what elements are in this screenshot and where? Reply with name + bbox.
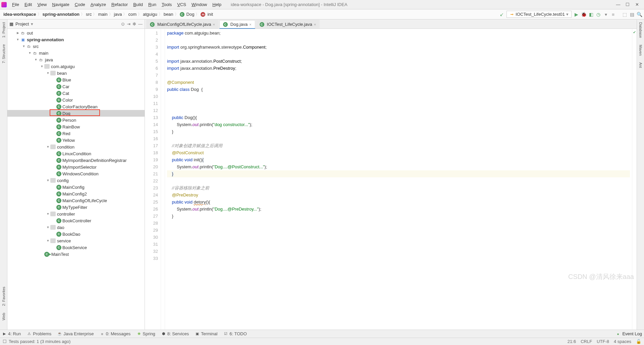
search-everywhere-button[interactable]: 🔍 (637, 12, 642, 17)
menu-refactor[interactable]: Refactor (109, 1, 130, 8)
readonly-lock-icon[interactable]: 🔓 (636, 339, 641, 344)
tree-node-out[interactable]: ▶🗀out (7, 30, 145, 36)
menu-window[interactable]: Window (189, 1, 210, 8)
bt-todo[interactable]: ☑6: TODO (223, 331, 247, 336)
bt-terminal[interactable]: ▣Terminal (195, 331, 217, 336)
tree-node-dog[interactable]: CDog (7, 110, 145, 117)
tab-close-icon[interactable]: × (249, 22, 251, 26)
bt-spring[interactable]: ❀Spring (137, 331, 155, 336)
menu-tools[interactable]: Tools (159, 1, 174, 8)
project-tree[interactable]: ▶🗀out▼▣spring-annotation▼🗀src▼🗀main▼🗀jav… (7, 29, 145, 330)
breadcrumb-main[interactable]: main (97, 11, 109, 17)
rail-structure[interactable]: 7: Structure (2, 44, 6, 63)
breadcrumb-init[interactable]: minit (199, 11, 214, 17)
bt-java-enterprise[interactable]: ☕Java Enterprise (57, 331, 94, 336)
tree-node-mainconfig2[interactable]: CMainConfig2 (7, 190, 145, 197)
tree-node-mainconfig[interactable]: CMainConfig (7, 184, 145, 190)
tree-node-com-atguigu[interactable]: ▼com.atguigu (7, 63, 145, 70)
close-button[interactable]: ✕ (634, 2, 640, 8)
stop-button[interactable]: ■ (610, 12, 616, 17)
breadcrumb-atguigu[interactable]: atguigu (142, 11, 159, 17)
tab-mainconfigoflifecycle-java[interactable]: CMainConfigOfLifeCycle.java× (146, 20, 219, 28)
tree-node-color[interactable]: CColor (7, 97, 145, 103)
maximize-button[interactable]: ☐ (625, 2, 631, 8)
coverage-button[interactable]: ◧ (588, 12, 594, 17)
project-structure-button[interactable]: ▤ (629, 12, 635, 17)
tab-ioctest_lifecycle-java[interactable]: CIOCTest_LifeCycle.java× (256, 20, 320, 28)
menu-code[interactable]: Code (72, 1, 88, 8)
tree-node-main[interactable]: ▼🗀main (7, 50, 145, 56)
profile-button[interactable]: ◷ (596, 12, 601, 17)
debug-button[interactable]: 🐞 (581, 12, 586, 17)
breadcrumb-dog[interactable]: CDog (178, 11, 196, 17)
menu-analyze[interactable]: Analyze (88, 1, 109, 8)
rail-web[interactable]: Web (2, 313, 6, 320)
breadcrumb-spring-annotation[interactable]: spring-annotation (41, 11, 81, 17)
run-button[interactable]: ▶ (574, 12, 579, 17)
tree-node-bookservice[interactable]: CBookService (7, 244, 145, 251)
tree-node-red[interactable]: CRed (7, 130, 145, 137)
rail-ant[interactable]: Ant (639, 62, 643, 68)
indent-info[interactable]: 4 spaces (614, 339, 631, 344)
file-encoding[interactable]: UTF-8 (597, 339, 609, 344)
marker-strip[interactable]: ✔ (632, 29, 637, 330)
expand-icon[interactable]: ⇥ (127, 21, 130, 26)
attach-button[interactable]: ▾ (603, 12, 608, 17)
breadcrumb-java[interactable]: java (113, 11, 123, 17)
tree-node-controller[interactable]: ▼controller (7, 211, 145, 217)
tree-node-yellow[interactable]: CYellow (7, 137, 145, 143)
project-view-dropdown-icon[interactable]: ▾ (31, 21, 33, 26)
run-config-selector[interactable]: ⮕ IOCTest_LifeCycle.test01 ▾ (506, 11, 572, 18)
tree-node-windowscondition[interactable]: CWindowsCondition (7, 170, 145, 177)
code-editor[interactable]: package com.atguigu.bean; import org.spr… (165, 29, 632, 330)
breadcrumb-com[interactable]: com (127, 11, 138, 17)
menu-navigate[interactable]: Navigate (49, 1, 72, 8)
rail-maven[interactable]: Maven (639, 45, 643, 56)
tab-close-icon[interactable]: × (314, 22, 316, 26)
menu-build[interactable]: Build (130, 1, 146, 8)
menu-view[interactable]: View (35, 1, 49, 8)
tree-node-blue[interactable]: CBlue (7, 76, 145, 83)
tree-node-mytypefilter[interactable]: CMyTypeFilter (7, 204, 145, 211)
tree-node-src[interactable]: ▼🗀src (7, 43, 145, 50)
event-log-button[interactable]: Event Log (622, 331, 642, 336)
bt-services[interactable]: ⬢8: Services (161, 331, 189, 336)
hide-icon[interactable]: — (138, 21, 143, 26)
rail-database[interactable]: Database (639, 22, 643, 38)
tab-dog-java[interactable]: CDog.java× (219, 20, 255, 29)
tree-node-cat[interactable]: CCat (7, 90, 145, 97)
menu-edit[interactable]: Edit (22, 1, 35, 8)
settings-icon[interactable]: ✻ (132, 21, 136, 26)
bt-run[interactable]: ▶4: Run (2, 331, 21, 336)
breadcrumb-src[interactable]: src (85, 11, 93, 17)
bt-problems[interactable]: ⚠Problems (27, 331, 51, 336)
line-gutter[interactable]: 1234567891011121314151617181920212223242… (145, 29, 161, 330)
caret-position[interactable]: 21:6 (568, 339, 576, 344)
tree-node-bookdao[interactable]: CBookDao (7, 231, 145, 237)
locate-icon[interactable]: ⊙ (121, 21, 125, 26)
menu-run[interactable]: Run (146, 1, 159, 8)
menu-help[interactable]: Help (210, 1, 224, 8)
tree-node-mainconfigoflifecycle[interactable]: CMainConfigOfLifeCycle (7, 197, 145, 204)
minimize-button[interactable]: — (615, 2, 621, 8)
tree-node-colorfactorybean[interactable]: CColorFactoryBean (7, 103, 145, 110)
tree-node-bookcontroller[interactable]: CBookController (7, 217, 145, 224)
git-button[interactable]: ⬚ (622, 12, 627, 17)
fold-gutter[interactable] (161, 29, 165, 330)
tree-node-person[interactable]: CPerson (7, 117, 145, 123)
tree-node-spring-annotation[interactable]: ▼▣spring-annotation (7, 36, 145, 43)
line-separator[interactable]: CRLF (581, 339, 592, 344)
tree-node-myimportbeandefinitionregistrar[interactable]: CMyImportBeanDefinitionRegistrar (7, 157, 145, 164)
bt-messages[interactable]: ≡0: Messages (100, 331, 131, 336)
rail-project[interactable]: 1: Project (2, 22, 6, 38)
breadcrumb-bean[interactable]: bean (162, 11, 175, 17)
breadcrumb-idea-workspace[interactable]: idea-workspace (2, 11, 38, 17)
menu-vcs[interactable]: VCS (174, 1, 189, 8)
tree-node-config[interactable]: ▼config (7, 177, 145, 184)
back-arrow-icon[interactable]: ↙ (499, 12, 504, 17)
tree-node-bean[interactable]: ▼bean (7, 70, 145, 76)
tree-node-java[interactable]: ▼🗀java (7, 56, 145, 63)
tree-node-dao[interactable]: ▼dao (7, 224, 145, 231)
tree-node-service[interactable]: ▼service (7, 237, 145, 244)
tree-node-car[interactable]: CCar (7, 83, 145, 90)
